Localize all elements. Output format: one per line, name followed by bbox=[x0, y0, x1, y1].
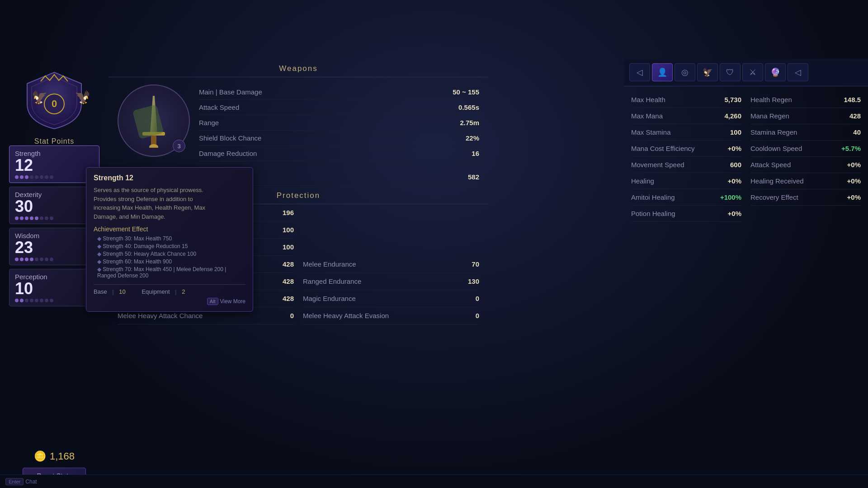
base-label: Base bbox=[94, 288, 107, 295]
dexterity-value: 30 bbox=[15, 198, 94, 215]
dot bbox=[20, 258, 24, 261]
max-stamina-label: Max Stamina bbox=[631, 128, 671, 136]
potion-healing-row: Potion Healing +0% bbox=[631, 206, 741, 222]
right-tab-body[interactable]: 👤 bbox=[652, 63, 673, 81]
stamina-regen-row: Stamina Regen 40 bbox=[750, 124, 861, 141]
healing-received-value: +0% bbox=[847, 177, 861, 185]
dot bbox=[15, 216, 19, 220]
dot bbox=[40, 216, 43, 220]
magic-defense-value: 582 bbox=[468, 173, 479, 181]
right-tab-crosshair[interactable]: ◎ bbox=[675, 63, 695, 81]
dot bbox=[20, 175, 24, 179]
right-tab-eagle[interactable]: 🦅 bbox=[697, 63, 718, 81]
max-health-label: Max Health bbox=[631, 96, 665, 103]
dot bbox=[15, 258, 19, 261]
dot bbox=[30, 175, 33, 179]
max-health-value: 5,730 bbox=[724, 96, 741, 103]
amitoi-healing-value: +100% bbox=[720, 193, 741, 201]
ranged-endurance-label: Ranged Endurance bbox=[303, 277, 361, 285]
equipment-value: 2 bbox=[182, 288, 185, 295]
stats-grid: Max Health 5,730 Max Mana 4,260 Max Stam… bbox=[624, 86, 868, 227]
tooltip-effect-3: Strength 50: Heavy Attack Chance 100 bbox=[94, 251, 245, 257]
right-attack-speed-value: +0% bbox=[847, 161, 861, 169]
dot bbox=[45, 299, 48, 302]
range-value: 2.75m bbox=[460, 119, 479, 127]
tooltip-description: Serves as the source of physical prowess… bbox=[94, 186, 245, 221]
base-damage-label: Main | Base Damage bbox=[199, 88, 262, 96]
right-tab-arrow[interactable]: ◁ bbox=[629, 63, 650, 81]
weapon-stat-range: Range 2.75m bbox=[199, 115, 479, 131]
mana-cost-label: Mana Cost Efficiency bbox=[631, 145, 695, 152]
weapon-image[interactable]: 3 bbox=[118, 84, 190, 157]
healing-received-label: Healing Received bbox=[750, 177, 804, 185]
dot bbox=[50, 175, 53, 179]
right-tab-sword[interactable]: ⚔ bbox=[742, 63, 763, 81]
mana-regen-label: Mana Regen bbox=[750, 112, 789, 120]
weapons-row: 3 Main | Base Damage 50 ~ 155 Attack Spe… bbox=[108, 77, 488, 169]
dot bbox=[50, 258, 53, 261]
damage-reduction-label: Damage Reduction bbox=[199, 150, 257, 157]
gold-icon: 🪙 bbox=[34, 450, 46, 462]
magic-endurance-value: 0 bbox=[476, 295, 479, 302]
dot bbox=[45, 216, 48, 220]
svg-rect-8 bbox=[132, 104, 164, 139]
health-regen-label: Health Regen bbox=[750, 96, 792, 103]
melee-endurance-label: Melee Endurance bbox=[303, 260, 356, 268]
amitoi-healing-row: Amitoi Healing +100% bbox=[631, 189, 741, 206]
dot bbox=[20, 216, 24, 220]
stats-right-col: Health Regen 148.5 Mana Regen 428 Stamin… bbox=[750, 92, 861, 222]
magic-evasion-value: 100 bbox=[283, 243, 294, 251]
attack-speed-label: Attack Speed bbox=[199, 103, 239, 111]
stamina-regen-label: Stamina Regen bbox=[750, 128, 797, 136]
cooldown-speed-value: +5.7% bbox=[841, 145, 861, 152]
base-value: 10 bbox=[119, 288, 125, 295]
dot bbox=[25, 175, 28, 179]
dot bbox=[30, 258, 33, 261]
right-tab-shield[interactable]: 🛡 bbox=[720, 63, 741, 81]
ranged-endurance-value: 130 bbox=[468, 277, 479, 285]
movement-speed-label: Movement Speed bbox=[631, 161, 684, 169]
right-tab-back[interactable]: ◁ bbox=[788, 63, 808, 81]
perception-dots bbox=[15, 299, 94, 302]
melee-endurance-row: Melee Endurance 70 bbox=[303, 256, 479, 273]
weapon-stat-base-damage: Main | Base Damage 50 ~ 155 bbox=[199, 84, 479, 100]
mana-regen-row: Mana Regen 428 bbox=[750, 108, 861, 124]
melee-crit-value: 428 bbox=[283, 260, 294, 268]
max-mana-value: 4,260 bbox=[724, 112, 741, 120]
crest-area: 🦅 🦅 0 bbox=[14, 63, 95, 136]
weapon-svg bbox=[131, 94, 176, 148]
wisdom-value: 23 bbox=[15, 239, 94, 256]
ranged-endurance-row: Ranged Endurance 130 bbox=[303, 273, 479, 290]
tooltip-achievement-title: Achievement Effect bbox=[94, 225, 245, 233]
dot bbox=[35, 216, 38, 220]
melee-endurance-value: 70 bbox=[472, 260, 479, 268]
dot bbox=[40, 299, 43, 302]
wisdom-dots bbox=[15, 258, 94, 261]
melee-heavy-value: 0 bbox=[290, 312, 294, 319]
svg-text:🦅: 🦅 bbox=[75, 90, 90, 105]
tooltip-title: Strength 12 bbox=[94, 174, 245, 182]
max-stamina-row: Max Stamina 100 bbox=[631, 124, 741, 141]
svg-point-7 bbox=[149, 144, 158, 148]
weapon-stat-damage-reduction: Damage Reduction 16 bbox=[199, 146, 479, 161]
alt-key-hint: Alt bbox=[207, 298, 218, 305]
dot bbox=[15, 299, 19, 302]
right-tab-orb[interactable]: 🔮 bbox=[765, 63, 786, 81]
weapons-section-title: Weapons bbox=[108, 59, 488, 77]
amitoi-healing-label: Amitoi Healing bbox=[631, 193, 675, 201]
shield-block-value: 22% bbox=[466, 134, 479, 142]
melee-heavy-label: Melee Heavy Attack Chance bbox=[118, 312, 203, 319]
dot bbox=[30, 216, 33, 220]
dot bbox=[15, 175, 19, 179]
gold-balance: 🪙 1,168 bbox=[30, 447, 78, 466]
weapon-stat-shield-block: Shield Block Chance 22% bbox=[199, 131, 479, 146]
view-more-button[interactable]: Alt View More bbox=[94, 298, 245, 305]
max-mana-row: Max Mana 4,260 bbox=[631, 108, 741, 124]
perception-value: 10 bbox=[15, 281, 94, 297]
healing-label: Healing bbox=[631, 177, 654, 185]
right-attack-speed-label: Attack Speed bbox=[750, 161, 791, 169]
recovery-effect-label: Recovery Effect bbox=[750, 193, 798, 201]
enter-key: Enter bbox=[5, 478, 24, 485]
dot bbox=[25, 299, 28, 302]
dot bbox=[25, 216, 28, 220]
